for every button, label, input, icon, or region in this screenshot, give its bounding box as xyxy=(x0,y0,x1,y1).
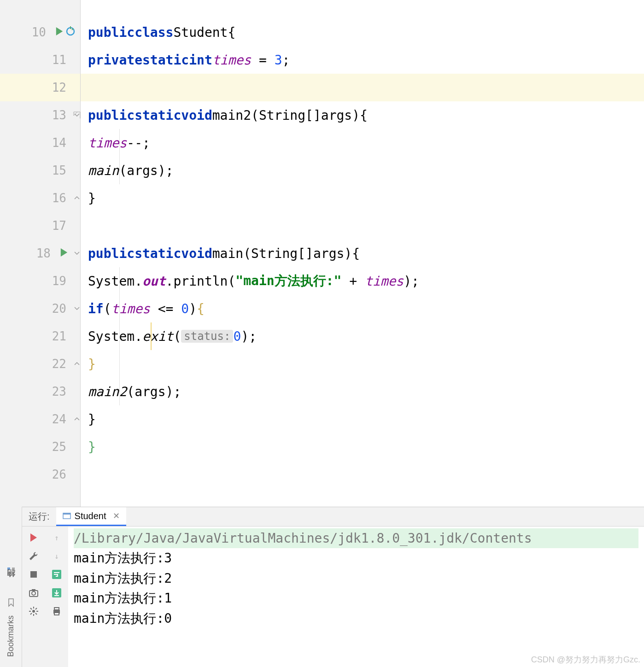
gutter: 10 11 12 13 14 15 16 17 18 xyxy=(0,0,81,507)
line-number: 26 xyxy=(43,468,66,481)
run-icon[interactable] xyxy=(60,248,68,258)
run-icon[interactable] xyxy=(55,27,64,37)
console-output[interactable]: /Library/Java/JavaVirtualMachines/jdk1.8… xyxy=(68,527,644,667)
svg-point-9 xyxy=(32,591,35,595)
line-number: 13 xyxy=(43,108,66,122)
fold-close-icon[interactable] xyxy=(73,194,81,202)
line-number: 14 xyxy=(43,136,66,150)
gutter-row[interactable]: 22 xyxy=(0,350,80,378)
line-number: 12 xyxy=(43,81,66,94)
down-arrow-icon[interactable]: ↓ xyxy=(51,550,62,562)
gutter-row[interactable]: 18 xyxy=(0,240,80,267)
fold-open-icon[interactable] xyxy=(73,249,81,257)
print-icon[interactable] xyxy=(51,606,62,617)
line-number: 19 xyxy=(43,274,66,288)
run-label: 运行: xyxy=(22,510,56,523)
gutter-row[interactable]: 25 xyxy=(0,433,80,461)
run-debug-icon[interactable] xyxy=(65,26,76,38)
gutter-row[interactable]: 15 xyxy=(0,157,80,184)
run-toolbar-primary xyxy=(22,527,45,667)
line-number: 25 xyxy=(43,440,66,454)
code-line[interactable]: } xyxy=(81,350,644,378)
gutter-row[interactable]: 24 xyxy=(0,405,80,433)
line-number: 20 xyxy=(43,302,66,316)
run-body: ↑ ↓ /Library/Java/JavaVirtualMachines/jd… xyxy=(22,527,644,667)
console-line: main方法执行:1 xyxy=(74,588,638,608)
code-line[interactable]: main2(args); xyxy=(81,378,644,405)
editor-area: 10 11 12 13 14 15 16 17 18 xyxy=(0,0,644,507)
gutter-row[interactable]: 20 xyxy=(0,295,80,322)
gutter-row[interactable]: 21 xyxy=(0,322,80,350)
line-number: 10 xyxy=(23,25,46,39)
bookmarks-label[interactable]: Bookmarks xyxy=(6,615,16,657)
run-tabs: 运行: Student ✕ xyxy=(22,507,644,527)
console-line: main方法执行:0 xyxy=(74,608,638,628)
code-line[interactable] xyxy=(81,212,644,240)
line-number: 21 xyxy=(43,329,66,343)
svg-point-11 xyxy=(32,610,35,613)
code-line[interactable]: main(args); xyxy=(81,157,644,184)
line-number: 18 xyxy=(28,246,51,260)
gutter-row[interactable]: 17 xyxy=(0,212,80,240)
softwrap-icon[interactable] xyxy=(51,569,62,580)
scroll-end-icon[interactable] xyxy=(51,587,62,598)
code-line[interactable]: public static void main2(String[] args) … xyxy=(81,101,644,129)
line-number: 17 xyxy=(43,219,66,233)
structure-icon[interactable] xyxy=(6,567,16,576)
fold-close-icon[interactable] xyxy=(73,360,81,368)
gutter-row[interactable]: 19 xyxy=(0,267,80,295)
svg-rect-1 xyxy=(70,26,71,29)
wrench-icon[interactable] xyxy=(28,550,39,562)
app-icon xyxy=(63,512,71,520)
code-line[interactable] xyxy=(81,461,644,488)
code-line[interactable]: } xyxy=(81,184,644,212)
svg-rect-7 xyxy=(30,571,37,578)
code-line[interactable]: private static int times = 3; xyxy=(81,46,644,74)
code-line[interactable]: } xyxy=(81,433,644,461)
fold-open-icon[interactable] xyxy=(73,304,81,313)
code-line[interactable]: public class Student { xyxy=(81,18,644,46)
svg-rect-4 xyxy=(7,572,10,575)
gutter-row[interactable]: 14 xyxy=(0,129,80,157)
code-line[interactable]: times--; xyxy=(81,129,644,157)
code-line-current[interactable] xyxy=(81,74,644,101)
code-line[interactable]: public static void main(String[] args) { xyxy=(81,240,644,267)
bookmarks-icon[interactable] xyxy=(6,598,16,607)
code-line[interactable]: System.out.println("main方法执行:" + times); xyxy=(81,267,644,295)
gutter-row[interactable]: 10 xyxy=(0,18,80,46)
line-number: 15 xyxy=(43,164,66,177)
run-panel: 运行: Student ✕ ↑ ↓ /Library/Java/JavaVirt… xyxy=(22,507,644,667)
code-line[interactable]: System.exit( status: 0); xyxy=(81,322,644,350)
gutter-row[interactable]: 12 xyxy=(0,74,80,101)
rerun-icon[interactable] xyxy=(28,532,39,543)
console-command: /Library/Java/JavaVirtualMachines/jdk1.8… xyxy=(74,528,638,548)
gutter-row[interactable]: 23 xyxy=(0,378,80,405)
console-line: main方法执行:3 xyxy=(74,548,638,568)
gutter-row[interactable]: 11 xyxy=(0,46,80,74)
svg-rect-16 xyxy=(54,613,59,615)
run-tab-name: Student xyxy=(75,511,106,521)
left-toolbar: 结构 Bookmarks xyxy=(0,507,22,667)
fold-close-icon[interactable] xyxy=(73,415,81,423)
line-number: 23 xyxy=(43,385,66,398)
camera-icon[interactable] xyxy=(28,587,39,598)
svg-rect-2 xyxy=(7,568,10,570)
run-tab[interactable]: Student ✕ xyxy=(56,507,126,526)
code-line[interactable]: if (times <= 0) { xyxy=(81,295,644,322)
watermark: CSDN @努力努力再努力Gzc. xyxy=(531,654,640,665)
gutter-row[interactable]: 26 xyxy=(0,461,80,488)
svg-rect-3 xyxy=(12,568,15,570)
fold-open-icon[interactable] xyxy=(73,111,81,119)
gutter-row[interactable]: 13 xyxy=(0,101,80,129)
stop-icon[interactable] xyxy=(28,569,39,580)
console-line: main方法执行:2 xyxy=(74,568,638,588)
close-icon[interactable]: ✕ xyxy=(113,511,120,521)
line-number: 11 xyxy=(43,53,66,67)
gutter-row[interactable]: 16 xyxy=(0,184,80,212)
code-area[interactable]: public class Student { private static in… xyxy=(81,0,644,507)
settings-icon[interactable] xyxy=(28,606,39,617)
code-line[interactable]: } xyxy=(81,405,644,433)
line-number: 16 xyxy=(43,191,66,205)
run-toolbar-secondary: ↑ ↓ xyxy=(45,527,68,667)
up-arrow-icon[interactable]: ↑ xyxy=(51,532,62,543)
